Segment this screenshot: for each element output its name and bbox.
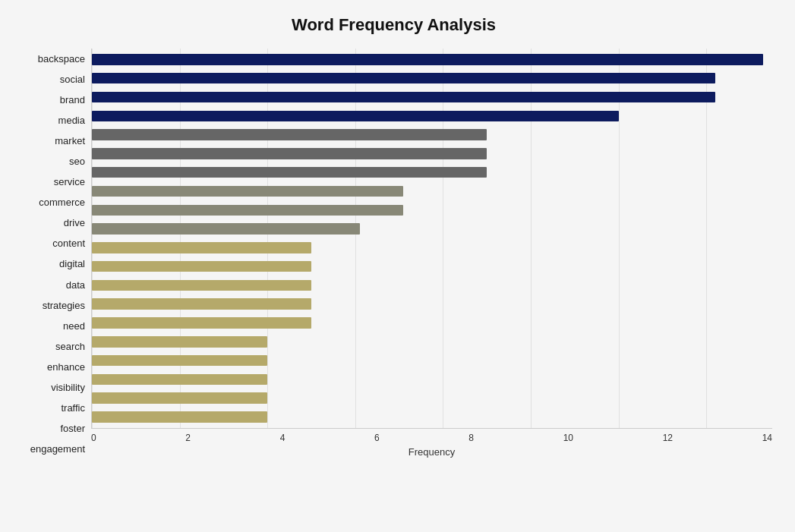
bar xyxy=(92,186,403,197)
bar-row xyxy=(92,88,772,107)
bar xyxy=(92,336,267,348)
chart-area: backspacesocialbrandmediamarketseoservic… xyxy=(15,49,772,459)
bar-row xyxy=(92,351,772,370)
bar-row xyxy=(92,408,772,427)
x-axis: 02468101214 Frequency xyxy=(91,429,772,459)
y-label: traffic xyxy=(15,403,85,413)
bar-row xyxy=(92,238,772,257)
bar xyxy=(92,317,311,329)
bar xyxy=(92,298,311,310)
y-label: market xyxy=(15,136,85,146)
y-label: digital xyxy=(15,259,85,269)
x-axis-label: Frequency xyxy=(91,446,772,458)
bar xyxy=(92,223,360,235)
bar-row xyxy=(92,69,772,88)
y-label: commerce xyxy=(15,197,85,207)
bars-rows xyxy=(92,49,772,428)
y-label: search xyxy=(15,342,85,351)
y-label: need xyxy=(15,321,85,331)
bar xyxy=(92,242,311,253)
x-tick: 4 xyxy=(280,433,286,443)
x-tick: 0 xyxy=(91,433,96,443)
bar-row xyxy=(92,163,772,182)
y-label: content xyxy=(15,238,85,248)
bar xyxy=(92,167,487,178)
x-ticks: 02468101214 xyxy=(91,429,772,443)
x-tick: 14 xyxy=(762,433,772,443)
bar xyxy=(92,92,715,103)
y-label: backspace xyxy=(15,54,85,64)
bar xyxy=(92,148,487,159)
x-tick: 2 xyxy=(185,433,191,443)
y-label: seo xyxy=(15,156,85,166)
bar-row xyxy=(92,332,772,351)
bar-row xyxy=(92,370,772,389)
x-tick: 8 xyxy=(468,433,474,443)
bar-row xyxy=(92,313,772,332)
bar-row xyxy=(92,389,772,408)
bar xyxy=(92,129,487,140)
bar-row xyxy=(92,219,772,238)
y-label: visibility xyxy=(15,382,85,392)
bar xyxy=(92,111,619,122)
bar-row xyxy=(92,294,772,313)
bars-area xyxy=(91,49,772,429)
bar-row xyxy=(92,182,772,201)
x-tick: 12 xyxy=(663,433,673,443)
y-label: foster xyxy=(15,423,85,433)
x-tick: 10 xyxy=(563,433,573,443)
bar-row xyxy=(92,106,772,125)
bar xyxy=(92,205,403,216)
bar xyxy=(92,280,311,291)
x-tick: 6 xyxy=(374,433,380,443)
bar xyxy=(92,261,311,272)
bar-row xyxy=(92,50,772,69)
y-label: strategies xyxy=(15,301,85,310)
bar-row xyxy=(92,200,772,219)
y-label: drive xyxy=(15,218,85,228)
bar xyxy=(92,355,267,367)
y-axis: backspacesocialbrandmediamarketseoservic… xyxy=(15,49,91,459)
bar-row xyxy=(92,125,772,144)
bar xyxy=(92,374,267,386)
bar xyxy=(92,411,267,423)
y-label: engagement xyxy=(15,444,85,454)
bar-row xyxy=(92,257,772,276)
y-label: data xyxy=(15,280,85,290)
bar-row xyxy=(92,276,772,295)
bar xyxy=(92,54,763,65)
bar xyxy=(92,392,267,404)
bar xyxy=(92,73,715,84)
y-label: social xyxy=(15,74,85,84)
y-label: brand xyxy=(15,95,85,105)
y-label: service xyxy=(15,177,85,187)
chart-container: Word Frequency Analysis backspacesocialb… xyxy=(0,0,795,532)
bar-row xyxy=(92,144,772,163)
chart-title: Word Frequency Analysis xyxy=(15,15,772,35)
y-label: media xyxy=(15,115,85,125)
y-label: enhance xyxy=(15,362,85,372)
bars-and-x: 02468101214 Frequency xyxy=(91,49,772,459)
